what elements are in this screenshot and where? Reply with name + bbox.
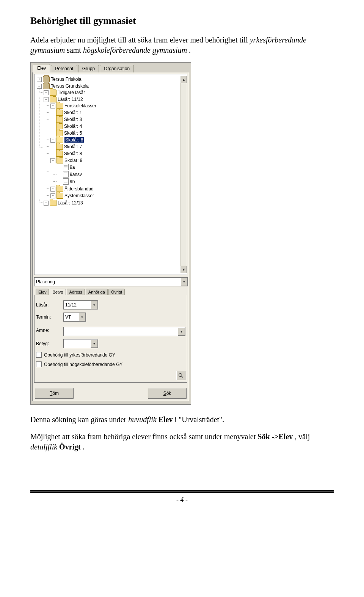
folder-icon [56, 123, 63, 129]
folder-icon [50, 90, 56, 96]
checkbox-hogskole-label: Obehörig till högskoleförberedande GY [44, 362, 122, 367]
expand-icon[interactable]: + [44, 201, 49, 206]
paragraph-3: Möjlighet att söka fram behöriga elever … [30, 432, 334, 452]
tab-personal[interactable]: Personal [51, 65, 77, 72]
doc-icon [63, 178, 69, 185]
expand-icon[interactable]: + [50, 104, 55, 108]
betyg-select[interactable]: ▼ [63, 339, 98, 348]
clear-button-rest: öm [52, 391, 59, 396]
tree-view[interactable]: +Tersus Friskola−Tersus Grundskola+Tidig… [34, 74, 187, 275]
button-bar: Töm Sök [34, 388, 187, 399]
tree-node-label: Tidigare läsår [58, 90, 85, 95]
intro-paragraph: Adela erbjuder nu möjlighet till att sök… [30, 35, 334, 55]
tree-node-label: Skolår: 8 [64, 151, 82, 156]
p3-t1: Möjlighet att söka fram behöriga elever … [30, 432, 257, 441]
expand-icon[interactable]: + [37, 77, 42, 82]
collapse-icon[interactable]: − [44, 97, 49, 102]
folder-icon [56, 186, 63, 192]
placering-select[interactable]: Placering ▼ [34, 277, 188, 286]
scroll-up-button[interactable]: ▲ [180, 76, 187, 83]
school-icon [43, 76, 50, 82]
tree-node[interactable]: +Läsår: 12/13 [44, 200, 180, 206]
tree-node[interactable]: 9b [57, 178, 180, 185]
detail-tab-adress[interactable]: Adress [67, 289, 85, 295]
folder-icon [56, 157, 63, 163]
checkbox-icon [36, 361, 42, 367]
folder-icon [56, 103, 63, 109]
search-button-rest: ök [166, 391, 171, 396]
tree-node-label: Skolår: 1 [64, 110, 82, 115]
tree-node[interactable]: +Tidigare läsår [44, 89, 180, 96]
collapse-icon[interactable]: − [37, 84, 42, 89]
paragraph-2: Denna sökning kan göras under huvudflik … [30, 415, 334, 425]
collapse-icon[interactable]: − [50, 158, 55, 163]
tree-node[interactable]: +Skolår: 6 [50, 137, 180, 143]
tree-node[interactable]: 9a [57, 163, 180, 171]
tree-node[interactable]: +Tersus Friskola [37, 76, 180, 83]
termin-select[interactable]: VT ▼ [63, 313, 86, 322]
page-number: - 4 - [30, 496, 334, 504]
tree-node[interactable]: −Tersus Grundskola+Tidigare läsår−Läsår:… [37, 83, 180, 207]
intro-text-1: Adela erbjuder nu möjlighet till att sök… [30, 36, 250, 44]
betyg-label: Betyg: [36, 341, 60, 346]
search-button-hotkey: S [163, 391, 166, 396]
lasar-select[interactable]: 11/12 ▼ [63, 300, 98, 309]
magnifier-icon [178, 373, 184, 378]
folder-icon [56, 116, 63, 123]
tab-elev[interactable]: Elev [33, 64, 50, 72]
search-mini-button[interactable] [176, 371, 185, 380]
expand-icon[interactable]: + [44, 90, 49, 95]
folder-icon [56, 144, 63, 150]
intro-em-2: högskoleförberedande gymnasium [83, 46, 187, 54]
tree-node[interactable]: Skolår: 3 [50, 116, 180, 123]
detail-tab-ovrigt[interactable]: Övrigt [108, 289, 125, 295]
search-button[interactable]: Sök [148, 388, 187, 399]
detail-tab-betyg[interactable]: Betyg [50, 289, 66, 295]
tree-scrollbar[interactable]: ▲ ▼ [180, 76, 187, 273]
checkbox-hogskole[interactable]: Obehörig till högskoleförberedande GY [36, 361, 185, 367]
tree-node[interactable]: +Systemklasser [50, 192, 180, 199]
expand-icon[interactable]: + [50, 138, 55, 143]
detail-tab-elev[interactable]: Elev [36, 289, 49, 295]
checkbox-yrkes[interactable]: Obehörig till yrkesförberedande GY [36, 352, 185, 358]
tree-node-label: Skolår: 3 [64, 117, 82, 122]
p3-t4: . [83, 443, 85, 451]
tree-node-label: Läsår: 11/12 [58, 97, 83, 102]
folder-icon [56, 137, 63, 143]
p3-t2: , välj [295, 432, 310, 441]
tree-node-label: Läsår: 12/13 [58, 200, 83, 206]
tree-node[interactable]: Skolår: 5 [50, 130, 180, 137]
lasar-label: Läsår: [36, 302, 60, 308]
tree-node[interactable]: Skolår: 8 [50, 150, 180, 157]
expand-icon[interactable]: + [50, 187, 55, 192]
tree-node-label: Skolår: 4 [64, 124, 82, 129]
tree-node[interactable]: Skolår: 7 [50, 143, 180, 150]
tree-node-label: 9a [70, 165, 75, 170]
tree-node-label: Förskoleklasser [64, 103, 96, 108]
tab-organisation[interactable]: Organisation [100, 65, 134, 72]
tree-node[interactable]: Skolår: 4 [50, 123, 180, 130]
tree-node-label: 9b [70, 179, 75, 184]
tree-node-label: Åldersblandad [64, 186, 94, 192]
amne-label: Ämne: [36, 328, 60, 333]
tree-node[interactable]: +Förskoleklasser [50, 102, 180, 109]
scroll-down-button[interactable]: ▼ [180, 266, 187, 273]
tree-node[interactable]: Skolår: 1 [50, 109, 180, 116]
p2-t1: Denna sökning kan göras under [30, 415, 128, 424]
tab-grupp[interactable]: Grupp [78, 65, 99, 72]
tree-node-label: Skolår: 7 [64, 144, 82, 149]
checkbox-yrkes-label: Obehörig till yrkesförberedande GY [44, 352, 115, 358]
tree-node-label: Tersus Grundskola [51, 83, 89, 89]
tree-node[interactable]: 9ansv [57, 171, 180, 178]
chevron-down-icon: ▼ [180, 278, 188, 286]
tree-node[interactable]: +Åldersblandad [50, 185, 180, 192]
p2-quote: "Urvalsträdet". [179, 415, 224, 424]
tree-node[interactable]: −Skolår: 99a9ansv9b [50, 157, 180, 185]
termin-label: Termin: [36, 314, 60, 320]
main-tab-row: Elev Personal Grupp Organisation [32, 64, 189, 72]
detail-tab-anhoriga[interactable]: Anhöriga [86, 289, 108, 295]
amne-select[interactable]: ▼ [63, 327, 185, 336]
clear-button[interactable]: Töm [35, 388, 74, 399]
tree-node[interactable]: −Läsår: 11/12+FörskoleklasserSkolår: 1Sk… [44, 96, 180, 200]
expand-icon[interactable]: + [50, 193, 55, 198]
